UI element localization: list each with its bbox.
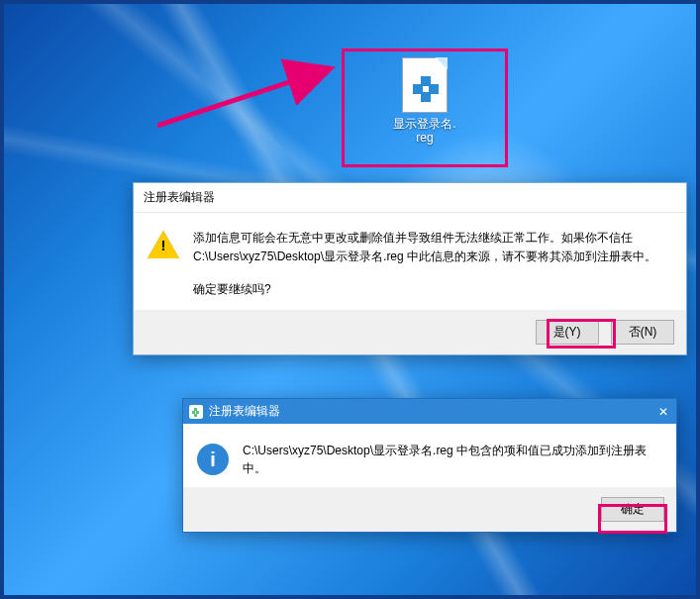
highlight-box-file bbox=[342, 49, 508, 167]
dialog-button-bar: 是(Y) 否(N) bbox=[134, 310, 686, 354]
arrow-annotation bbox=[157, 58, 346, 130]
no-button[interactable]: 否(N) bbox=[611, 320, 674, 345]
dialog-button-bar: 确定 bbox=[183, 487, 676, 532]
info-icon: i bbox=[197, 444, 229, 475]
desktop-background: 显示登录名. reg 注册表编辑器 ! 添加信息可能会在无意中更改或删除值并导致… bbox=[0, 0, 700, 599]
dialog-title: 注册表编辑器 bbox=[134, 183, 686, 213]
ok-button[interactable]: 确定 bbox=[601, 497, 664, 522]
success-message: C:\Users\xyz75\Desktop\显示登录名.reg 中包含的项和值… bbox=[243, 442, 662, 477]
warning-icon: ! bbox=[148, 229, 179, 260]
dialog-titlebar[interactable]: 注册表编辑器 ✕ bbox=[183, 399, 676, 424]
close-icon[interactable]: ✕ bbox=[658, 405, 668, 419]
regedit-title-icon bbox=[189, 405, 203, 419]
warning-message-confirm: 确定要继续吗? bbox=[193, 280, 672, 299]
warning-message-main: 添加信息可能会在无意中更改或删除值并导致组件无法继续正常工作。如果你不信任 C:… bbox=[193, 229, 672, 266]
regedit-success-dialog: 注册表编辑器 ✕ i C:\Users\xyz75\Desktop\显示登录名.… bbox=[182, 398, 677, 533]
regedit-confirm-dialog: 注册表编辑器 ! 添加信息可能会在无意中更改或删除值并导致组件无法继续正常工作。… bbox=[133, 182, 687, 355]
svg-line-0 bbox=[157, 68, 331, 126]
yes-button[interactable]: 是(Y) bbox=[536, 320, 599, 345]
dialog-title: 注册表编辑器 bbox=[209, 403, 280, 420]
